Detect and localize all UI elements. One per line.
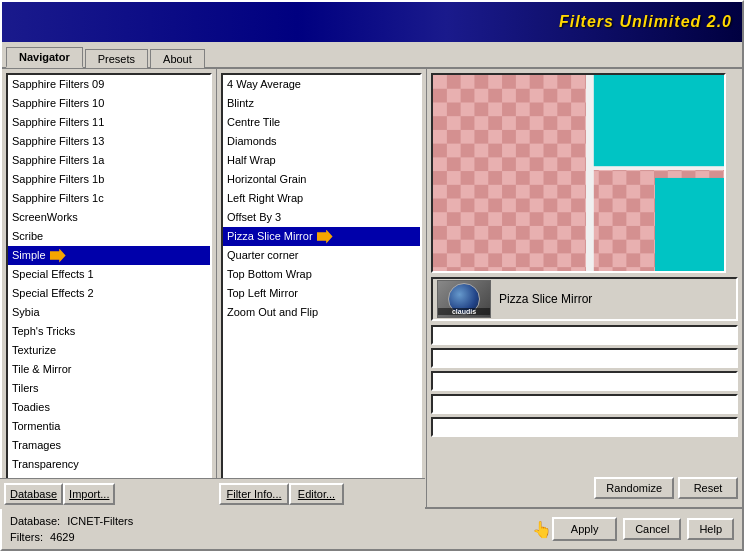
database-status: Database: ICNET-Filters <box>10 513 133 529</box>
left-panel: Sapphire Filters 09Sapphire Filters 10Sa… <box>2 69 217 507</box>
filter-item[interactable]: Zoom Out and Flip <box>223 303 420 322</box>
category-list[interactable]: Sapphire Filters 09Sapphire Filters 10Sa… <box>6 73 212 503</box>
preview-image <box>431 73 726 273</box>
category-item[interactable]: Toadies <box>8 398 210 417</box>
info-field-4 <box>431 394 738 414</box>
tab-navigator[interactable]: Navigator <box>6 47 83 68</box>
status-bar: Database: ICNET-Filters Filters: 4629 👆 … <box>2 507 742 549</box>
category-item[interactable]: Sapphire Filters 10 <box>8 94 210 113</box>
filter-selection-arrow <box>317 230 333 244</box>
filter-name-display: Pizza Slice Mirror <box>499 292 592 306</box>
reset-button[interactable]: Reset <box>678 477 738 499</box>
category-item[interactable]: Tramages <box>8 436 210 455</box>
filter-list-container: 4 Way AverageBlintzCentre TileDiamondsHa… <box>217 69 427 507</box>
category-item[interactable]: Sapphire Filters 13 <box>8 132 210 151</box>
filter-item[interactable]: Half Wrap <box>223 151 420 170</box>
import-button[interactable]: Import... <box>63 483 115 505</box>
apply-button[interactable]: Apply <box>552 517 617 541</box>
apply-wrapper: 👆 Apply <box>552 517 617 541</box>
main-content: Sapphire Filters 09Sapphire Filters 10Sa… <box>2 69 742 507</box>
randomize-button[interactable]: Randomize <box>594 477 674 499</box>
category-item[interactable]: Tile & Mirror <box>8 360 210 379</box>
filter-item[interactable]: 4 Way Average <box>223 75 420 94</box>
plugin-info-row: claudis Pizza Slice Mirror <box>431 277 738 321</box>
finger-icon: 👆 <box>532 520 552 539</box>
category-item[interactable]: ScreenWorks <box>8 208 210 227</box>
category-item[interactable]: Sapphire Filters 1c <box>8 189 210 208</box>
filters-status: Filters: 4629 <box>10 529 133 545</box>
category-item[interactable]: Texturize <box>8 341 210 360</box>
app-title: Filters Unlimited 2.0 <box>559 13 732 31</box>
plugin-logo: claudis <box>437 280 491 318</box>
category-item[interactable]: Teph's Tricks <box>8 322 210 341</box>
bottom-right-buttons: Randomize Reset <box>431 473 738 503</box>
filter-item[interactable]: Left Right Wrap <box>223 189 420 208</box>
category-item[interactable]: Special Effects 2 <box>8 284 210 303</box>
filter-item[interactable]: Top Left Mirror <box>223 284 420 303</box>
info-field-2 <box>431 348 738 368</box>
selection-arrow <box>50 249 66 263</box>
database-button[interactable]: Database <box>4 483 63 505</box>
bottom-left-panel-buttons: Database Import... <box>0 478 215 509</box>
info-field-3 <box>431 371 738 391</box>
editor-button[interactable]: Editor... <box>289 483 344 505</box>
category-item[interactable]: Tilers <box>8 379 210 398</box>
filter-info-button[interactable]: Filter Info... <box>219 483 289 505</box>
category-item[interactable]: Tormentia <box>8 417 210 436</box>
filter-item[interactable]: Pizza Slice Mirror <box>223 227 420 246</box>
status-info: Database: ICNET-Filters Filters: 4629 <box>10 513 133 545</box>
category-item[interactable]: Sapphire Filters 09 <box>8 75 210 94</box>
filter-item[interactable]: Centre Tile <box>223 113 420 132</box>
main-window: Filters Unlimited 2.0 Navigator Presets … <box>0 0 744 551</box>
category-item[interactable]: Simple <box>8 246 210 265</box>
category-item[interactable]: Sapphire Filters 1a <box>8 151 210 170</box>
category-item[interactable]: Special Effects 1 <box>8 265 210 284</box>
logo-text: claudis <box>438 308 490 315</box>
filter-item[interactable]: Top Bottom Wrap <box>223 265 420 284</box>
help-button[interactable]: Help <box>687 518 734 540</box>
tab-bar: Navigator Presets About <box>2 42 742 69</box>
bottom-mid-panel-buttons: Filter Info... Editor... <box>215 478 425 509</box>
filter-list[interactable]: 4 Way AverageBlintzCentre TileDiamondsHa… <box>221 73 422 503</box>
category-item[interactable]: Sapphire Filters 11 <box>8 113 210 132</box>
filter-item[interactable]: Blintz <box>223 94 420 113</box>
filter-item[interactable]: Horizontal Grain <box>223 170 420 189</box>
category-item[interactable]: Sybia <box>8 303 210 322</box>
filter-item[interactable]: Offset By 3 <box>223 208 420 227</box>
category-item[interactable]: Scribe <box>8 227 210 246</box>
info-field-1 <box>431 325 738 345</box>
tab-presets[interactable]: Presets <box>85 49 148 68</box>
cancel-button[interactable]: Cancel <box>623 518 681 540</box>
title-bar: Filters Unlimited 2.0 <box>2 2 742 42</box>
filter-item[interactable]: Diamonds <box>223 132 420 151</box>
right-panel: claudis Pizza Slice Mirror Randomize Res… <box>427 69 742 507</box>
preview-canvas <box>433 75 724 271</box>
category-item[interactable]: Sapphire Filters 1b <box>8 170 210 189</box>
info-field-5 <box>431 417 738 437</box>
filter-item[interactable]: Quarter corner <box>223 246 420 265</box>
category-item[interactable]: Transparency <box>8 455 210 474</box>
status-buttons: 👆 Apply Cancel Help <box>552 517 734 541</box>
info-fields <box>431 325 738 473</box>
tab-about[interactable]: About <box>150 49 205 68</box>
